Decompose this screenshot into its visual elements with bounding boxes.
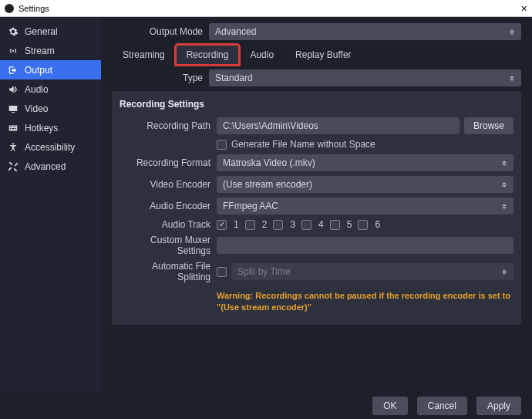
close-icon[interactable]: ×: [521, 2, 527, 15]
dialog-footer: OK Cancel Apply: [0, 392, 532, 419]
accessibility-icon: [8, 142, 19, 153]
track-3-label: 3: [290, 219, 295, 230]
sidebar-item-output[interactable]: Output: [0, 60, 101, 79]
section-title: Recording Settings: [120, 99, 513, 110]
gen-filename-label: Generate File Name without Space: [231, 139, 375, 150]
audio-track-row: Audio Track 1 2 3 4 5 6: [120, 219, 513, 230]
chevron-updown-icon: [507, 25, 517, 38]
recording-format-value: Matroska Video (.mkv): [223, 157, 315, 168]
recording-path-row: Recording Path C:\Users\Admin\Videos Bro…: [120, 117, 513, 134]
chevron-updown-icon: [500, 265, 509, 278]
tab-replay-buffer[interactable]: Replay Buffer: [285, 45, 362, 65]
track-3-checkbox[interactable]: [273, 220, 283, 230]
output-mode-label: Output Mode: [112, 26, 209, 37]
sidebar-item-video[interactable]: Video: [0, 99, 101, 118]
track-5-checkbox[interactable]: [330, 220, 340, 230]
tab-recording[interactable]: Recording: [176, 45, 240, 65]
muxer-label: Custom Muxer Settings: [120, 235, 217, 256]
sidebar: General Stream Output Audio Video Hotkey…: [0, 17, 101, 392]
display-icon: [8, 103, 19, 114]
recording-settings-panel: Recording Settings Recording Path C:\Use…: [112, 91, 521, 325]
ok-button[interactable]: OK: [372, 397, 407, 415]
sidebar-item-label: General: [25, 26, 58, 37]
output-icon: [8, 65, 19, 76]
video-encoder-row: Video Encoder (Use stream encoder): [120, 176, 513, 193]
window-title: Settings: [19, 4, 49, 13]
apply-button[interactable]: Apply: [476, 397, 521, 415]
browse-button[interactable]: Browse: [464, 117, 513, 134]
sidebar-item-label: Output: [25, 65, 52, 76]
recording-format-label: Recording Format: [120, 157, 217, 168]
recording-format-select[interactable]: Matroska Video (.mkv): [217, 154, 513, 171]
audio-encoder-select[interactable]: FFmpeg AAC: [217, 198, 513, 215]
sidebar-item-accessibility[interactable]: Accessibility: [0, 137, 101, 157]
output-mode-value: Advanced: [215, 26, 256, 37]
split-checkbox[interactable]: [217, 267, 227, 277]
sidebar-item-label: Stream: [25, 46, 55, 56]
tab-audio[interactable]: Audio: [239, 45, 285, 65]
sidebar-item-stream[interactable]: Stream: [0, 41, 101, 60]
output-tabs: Streaming Recording Audio Replay Buffer: [112, 45, 521, 65]
sidebar-item-advanced[interactable]: Advanced: [0, 157, 101, 176]
sidebar-item-hotkeys[interactable]: Hotkeys: [0, 118, 101, 137]
track-6-checkbox[interactable]: [358, 220, 368, 230]
gear-icon: [8, 26, 19, 37]
split-label: Automatic File Splitting: [120, 261, 217, 282]
gen-filename-checkbox[interactable]: [217, 140, 227, 150]
recording-path-value: C:\Users\Admin\Videos: [223, 120, 318, 131]
sidebar-item-audio[interactable]: Audio: [0, 79, 101, 99]
app-icon: [5, 4, 14, 13]
split-row: Automatic File Splitting Split by Time: [120, 261, 513, 282]
chevron-updown-icon: [507, 72, 517, 84]
muxer-row: Custom Muxer Settings: [120, 235, 513, 256]
track-4-checkbox[interactable]: [301, 220, 311, 230]
sidebar-item-label: Accessibility: [25, 142, 75, 153]
tab-streaming[interactable]: Streaming: [112, 45, 176, 65]
track-4-label: 4: [318, 219, 324, 230]
speaker-icon: [8, 84, 19, 95]
recording-path-input[interactable]: C:\Users\Admin\Videos: [217, 117, 460, 134]
sidebar-item-label: Advanced: [25, 161, 66, 172]
audio-encoder-value: FFmpeg AAC: [223, 201, 278, 211]
audio-track-label: Audio Track: [120, 219, 217, 230]
titlebar: Settings ×: [0, 0, 532, 17]
audio-encoder-label: Audio Encoder: [120, 201, 217, 211]
track-6-label: 6: [375, 219, 380, 230]
audio-encoder-row: Audio Encoder FFmpeg AAC: [120, 198, 513, 215]
output-mode-row: Output Mode Advanced: [112, 23, 521, 40]
broadcast-icon: [8, 46, 19, 56]
track-1-checkbox[interactable]: [217, 220, 227, 230]
track-2-label: 2: [262, 219, 268, 230]
recording-format-row: Recording Format Matroska Video (.mkv): [120, 154, 513, 171]
main-panel: Output Mode Advanced Streaming Recording…: [101, 17, 532, 392]
chevron-updown-icon: [500, 178, 509, 191]
sidebar-item-label: Audio: [25, 84, 49, 95]
video-encoder-label: Video Encoder: [120, 179, 217, 190]
encoder-warning: Warning: Recordings cannot be paused if …: [120, 287, 513, 314]
content: General Stream Output Audio Video Hotkey…: [0, 17, 532, 392]
muxer-input[interactable]: [217, 237, 513, 254]
sidebar-item-label: Video: [25, 103, 48, 114]
track-5-label: 5: [347, 219, 352, 230]
type-value: Standard: [215, 73, 253, 83]
cancel-button[interactable]: Cancel: [417, 397, 467, 415]
track-1-label: 1: [234, 219, 239, 230]
track-2-checkbox[interactable]: [245, 220, 255, 230]
split-value: Split by Time: [237, 266, 291, 277]
chevron-updown-icon: [500, 157, 509, 169]
tools-icon: [8, 161, 19, 172]
type-row: Type Standard: [112, 69, 521, 86]
recording-path-label: Recording Path: [120, 120, 217, 131]
video-encoder-value: (Use stream encoder): [223, 179, 312, 190]
sidebar-item-general[interactable]: General: [0, 22, 101, 41]
audio-tracks: 1 2 3 4 5 6: [217, 219, 380, 230]
type-label: Type: [112, 73, 209, 83]
gen-filename-row: Generate File Name without Space: [120, 139, 513, 150]
chevron-updown-icon: [500, 200, 509, 212]
output-mode-select[interactable]: Advanced: [209, 23, 521, 40]
split-select: Split by Time: [231, 263, 513, 280]
sidebar-item-label: Hotkeys: [25, 123, 58, 133]
type-select[interactable]: Standard: [209, 69, 521, 86]
video-encoder-select[interactable]: (Use stream encoder): [217, 176, 513, 193]
keyboard-icon: [8, 123, 19, 133]
